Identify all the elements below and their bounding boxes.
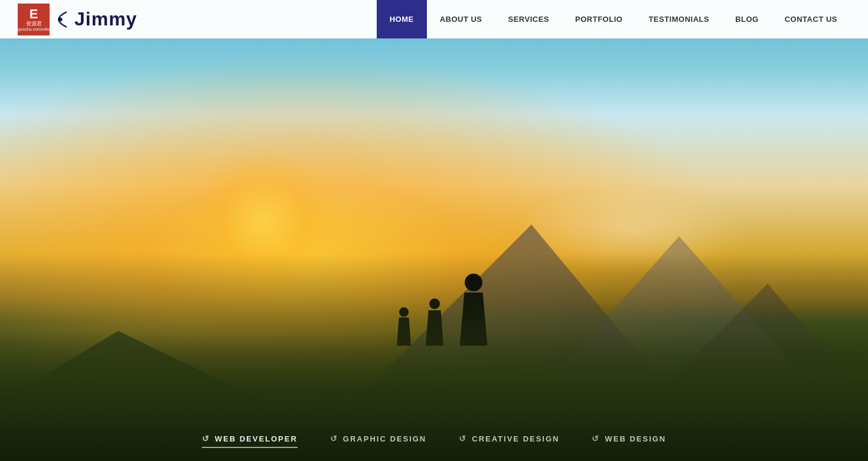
logo-arc-icon <box>56 11 72 28</box>
nav-item-portfolio[interactable]: PORTFOLIO <box>562 0 635 38</box>
nav-item-blog[interactable]: BLOG <box>722 0 772 38</box>
label-web-design[interactable]: ↺ WEB DESIGN <box>592 434 666 443</box>
svg-marker-0 <box>531 236 827 402</box>
person-1 <box>397 307 411 346</box>
svg-marker-2 <box>650 284 868 402</box>
label-text-3: CREATIVE DESIGN <box>472 434 559 443</box>
nav-item-testimonials[interactable]: TESTIMONIALS <box>635 0 722 38</box>
label-web-developer[interactable]: ↺ WEB DEVELOPER <box>202 434 298 443</box>
nav-item-home[interactable]: HOME <box>377 0 427 38</box>
sun-glow <box>189 148 337 296</box>
label-graphic-design[interactable]: ↺ GRAPHIC DESIGN <box>330 434 426 443</box>
label-creative-design[interactable]: ↺ CREATIVE DESIGN <box>459 434 559 443</box>
person-3-large <box>458 274 489 346</box>
label-text-2: GRAPHIC DESIGN <box>343 434 426 443</box>
label-text-1: WEB DEVELOPER <box>215 434 298 443</box>
logo-jimmy-area: Jimmy <box>56 8 137 30</box>
bottom-labels-bar <box>0 402 868 461</box>
label-icon-4: ↺ <box>592 434 600 443</box>
label-text-4: WEB DESIGN <box>605 434 666 443</box>
logo-box: E 资源君 eyunzhu.com/vdisk <box>18 4 50 35</box>
logo-brand-name: Jimmy <box>74 8 137 30</box>
label-icon-1: ↺ <box>202 434 210 443</box>
label-underline-1 <box>202 447 298 448</box>
hero-label-row: ↺ WEB DEVELOPER ↺ GRAPHIC DESIGN ↺ CREAT… <box>0 434 868 443</box>
nav-item-about[interactable]: ABOUT US <box>427 0 495 38</box>
hero-section <box>0 0 868 461</box>
logo-area: E 资源君 eyunzhu.com/vdisk Jimmy <box>18 4 137 35</box>
hero-background <box>0 0 868 461</box>
navbar: E 资源君 eyunzhu.com/vdisk Jimmy HOME ABOUT… <box>0 0 868 38</box>
logo-chinese: 资源君 <box>26 21 42 27</box>
logo-letter: E <box>30 8 38 21</box>
mountain-svg <box>0 165 868 402</box>
people-group <box>397 274 471 346</box>
logo-url: eyunzhu.com/vdisk <box>16 27 51 31</box>
svg-marker-3 <box>0 331 266 402</box>
svg-marker-1 <box>354 225 679 402</box>
nav-item-services[interactable]: SERVICES <box>495 0 563 38</box>
nav-item-contact[interactable]: CONTACT US <box>772 0 850 38</box>
nav-links: HOME ABOUT US SERVICES PORTFOLIO TESTIMO… <box>377 0 850 38</box>
label-icon-3: ↺ <box>459 434 467 443</box>
svg-point-4 <box>58 17 62 21</box>
label-icon-2: ↺ <box>330 434 338 443</box>
person-2 <box>426 298 443 346</box>
